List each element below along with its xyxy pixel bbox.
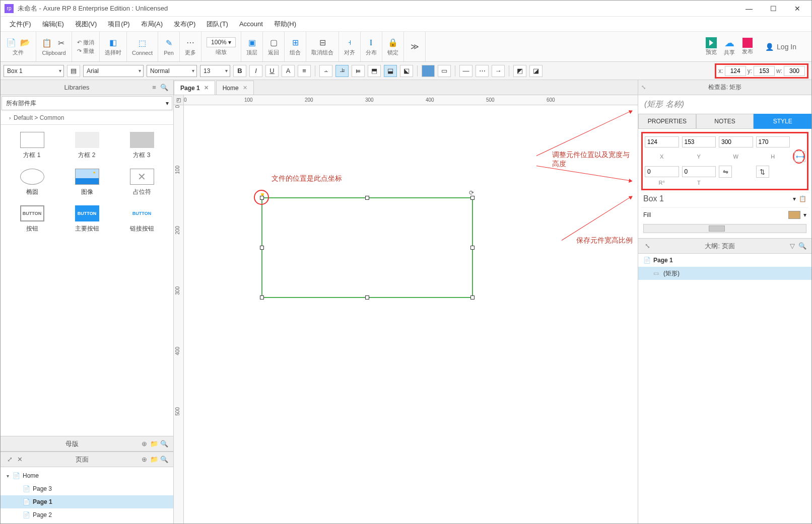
page-row-page3[interactable]: 📄Page 3 xyxy=(1,482,173,495)
line-style-button[interactable]: ⋯ xyxy=(476,65,489,77)
publish-icon[interactable] xyxy=(742,38,753,48)
font-size-select[interactable]: 13 xyxy=(200,65,230,77)
menu-publish[interactable]: 发布(P) xyxy=(169,18,200,31)
bullets-button[interactable]: ≡ xyxy=(298,65,311,77)
pos-x-input[interactable] xyxy=(645,136,679,147)
master-folder-icon[interactable]: 📁 xyxy=(149,439,159,449)
widget-item[interactable]: 椭圆 xyxy=(6,167,58,198)
widget-item[interactable]: BUTTON按钮 xyxy=(6,203,58,235)
resize-handle-bc[interactable] xyxy=(365,295,369,300)
master-add-icon[interactable]: ⊕ xyxy=(139,439,149,449)
coord-w-input[interactable] xyxy=(784,66,805,76)
send-back-icon[interactable]: ▢ xyxy=(268,37,279,48)
align-icon[interactable]: ⫞ xyxy=(344,37,355,48)
line-width-button[interactable]: — xyxy=(459,65,472,77)
selected-rectangle[interactable]: ▼ ⟳ xyxy=(261,197,473,298)
outline-row-shape[interactable]: ▭(矩形) xyxy=(638,267,811,280)
fill-color-button[interactable] xyxy=(422,65,435,77)
flip-h-icon[interactable]: ⇋ xyxy=(719,166,732,178)
close-icon[interactable]: ✕ xyxy=(791,3,803,15)
pos-r-input[interactable] xyxy=(645,166,679,177)
resize-handle-bl[interactable] xyxy=(260,295,264,300)
resize-handle-br[interactable] xyxy=(470,295,475,300)
more-icon[interactable]: ⋯ xyxy=(185,37,196,48)
login-button[interactable]: 👤Log In xyxy=(760,43,801,51)
widget-item[interactable]: BUTTON主要按钮 xyxy=(60,203,113,235)
zoom-select[interactable]: 100% ▾ xyxy=(207,37,236,47)
open-file-icon[interactable]: 📂 xyxy=(20,37,31,48)
pos-w-input[interactable] xyxy=(719,136,753,147)
align-center-button[interactable]: ⫡ xyxy=(335,65,349,77)
connect-icon[interactable]: ⬚ xyxy=(137,38,148,49)
shape-name-field[interactable]: (矩形 名称) xyxy=(638,95,811,114)
ungroup-icon[interactable]: ⊟ xyxy=(317,37,328,48)
valign-middle-button[interactable]: ⬓ xyxy=(384,65,397,77)
menu-team[interactable]: 团队(T) xyxy=(201,18,233,31)
pages-close-icon[interactable]: ✕ xyxy=(15,455,25,465)
share-icon[interactable]: ☁ xyxy=(724,37,734,49)
underline-button[interactable]: U xyxy=(265,65,279,77)
align-right-button[interactable]: ⫢ xyxy=(352,65,365,77)
pages-collapse-icon[interactable]: ⤢ xyxy=(5,455,15,465)
tab-properties[interactable]: PROPERTIES xyxy=(638,114,696,129)
cut-icon[interactable]: ✂ xyxy=(55,38,66,49)
lib-search-icon[interactable]: 🔍 xyxy=(159,83,169,93)
collapse-icon[interactable]: ⤡ xyxy=(641,84,646,91)
shape-style-select[interactable]: Box 1 xyxy=(4,65,64,77)
font-weight-select[interactable]: Normal xyxy=(147,65,197,77)
resize-handle-tc[interactable] xyxy=(365,196,369,200)
lock-icon[interactable]: 🔒 xyxy=(387,37,398,48)
widget-item[interactable]: 方框 1 xyxy=(6,130,58,162)
library-breadcrumb[interactable]: Default > Common xyxy=(1,111,173,125)
tab-home[interactable]: Home✕ xyxy=(216,81,254,95)
arrow-button[interactable]: → xyxy=(492,65,505,77)
menu-edit[interactable]: 编辑(E) xyxy=(37,18,69,31)
canvas[interactable]: ▼ ⟳ 文件的位置是此点坐标 调整元件位置以及宽度与高度 保存元件宽高比例 xyxy=(184,105,638,523)
fill-dropdown-icon[interactable]: ▾ xyxy=(803,211,806,218)
menu-account[interactable]: Account xyxy=(234,18,268,30)
minimize-icon[interactable]: — xyxy=(743,3,755,15)
rotate-handle-icon[interactable]: ⟳ xyxy=(469,189,474,196)
undo-icon[interactable]: ↶ xyxy=(77,39,82,45)
shadow-out-button[interactable]: ◩ xyxy=(513,65,526,77)
widget-item[interactable]: 占位符 xyxy=(115,167,168,198)
pages-search-icon[interactable]: 🔍 xyxy=(159,455,169,465)
outline-search-icon[interactable]: 🔍 xyxy=(797,241,807,251)
resize-handle-mr[interactable] xyxy=(470,246,475,250)
fill-color-swatch[interactable] xyxy=(788,211,800,219)
style-dropdown-icon[interactable]: ▾ xyxy=(793,195,796,202)
style-name-select[interactable]: Box 1 xyxy=(643,194,790,203)
pages-add-icon[interactable]: ⊕ xyxy=(139,455,149,465)
group-icon[interactable]: ⊞ xyxy=(290,37,301,48)
menu-help[interactable]: 帮助(H) xyxy=(269,18,301,31)
outline-row-page[interactable]: 📄Page 1 xyxy=(638,254,811,267)
menu-project[interactable]: 项目(P) xyxy=(103,18,134,31)
coord-x-input[interactable] xyxy=(725,66,746,76)
valign-bottom-button[interactable]: ⬕ xyxy=(400,65,413,77)
text-color-button[interactable]: A xyxy=(282,65,295,77)
coord-y-input[interactable] xyxy=(754,66,775,76)
widget-item[interactable]: 图像 xyxy=(60,167,113,198)
redo-icon[interactable]: ↷ xyxy=(77,48,82,54)
menu-view[interactable]: 视图(V) xyxy=(70,18,102,31)
style-update-icon[interactable]: 📋 xyxy=(799,195,806,202)
tab-close-icon[interactable]: ✕ xyxy=(204,85,209,91)
lock-aspect-button[interactable]: ⟷ xyxy=(794,151,805,162)
shadow-in-button[interactable]: ◪ xyxy=(529,65,543,77)
menu-arrange[interactable]: 布局(A) xyxy=(136,18,168,31)
tab-close-icon[interactable]: ✕ xyxy=(243,85,247,91)
widget-item[interactable]: 方框 2 xyxy=(60,130,113,162)
resize-handle-tr[interactable] xyxy=(470,196,475,200)
menu-file[interactable]: 文件(F) xyxy=(5,18,36,31)
pos-t-input[interactable] xyxy=(682,166,716,177)
page-row-page2[interactable]: 📄Page 2 xyxy=(1,508,173,521)
widget-item[interactable]: BUTTON链接按钮 xyxy=(115,203,168,235)
lib-menu-icon[interactable]: ≡ xyxy=(149,83,159,93)
pen-icon[interactable]: ✎ xyxy=(163,38,174,49)
outline-collapse-icon[interactable]: ⤡ xyxy=(642,241,652,251)
widget-item[interactable]: 方框 3 xyxy=(115,130,168,162)
h-scrollbar[interactable] xyxy=(643,224,806,233)
italic-button[interactable]: I xyxy=(249,65,262,77)
align-left-button[interactable]: ⫠ xyxy=(319,65,332,77)
maximize-icon[interactable]: ☐ xyxy=(767,3,779,15)
